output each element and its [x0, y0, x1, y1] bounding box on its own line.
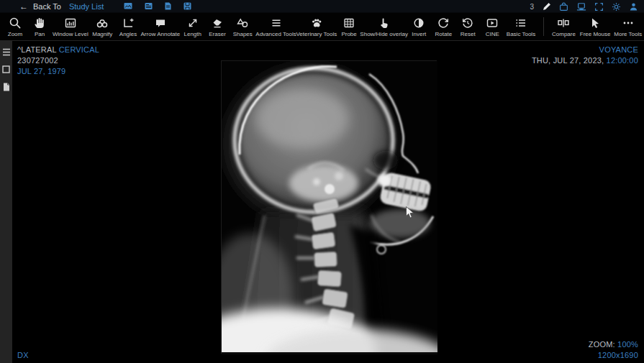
rotate-icon: [437, 17, 450, 29]
tool-label: Probe: [341, 31, 356, 37]
report-panel-icon[interactable]: [3, 83, 10, 91]
tool-compare[interactable]: Compare: [549, 17, 578, 37]
tool-rotate[interactable]: Rotate: [431, 17, 455, 37]
overlay-top-left: ^LATERAL CERVICAL 230727002 JUL 27, 1979: [17, 45, 99, 77]
tool-window-level[interactable]: Window Level: [52, 17, 89, 37]
tool-advanced-tools[interactable]: Advanced Tools: [255, 17, 296, 37]
tool-label: Shapes: [233, 31, 253, 37]
ellipsis-icon: [622, 17, 635, 29]
archive-icon[interactable]: [183, 2, 191, 10]
tool-label: Pan: [35, 31, 45, 37]
main-area: ^LATERAL CERVICAL 230727002 JUL 27, 1979…: [0, 41, 644, 363]
tool-arrow-annotate[interactable]: Arrow Annotate: [140, 17, 180, 37]
settings-icon[interactable]: [612, 2, 621, 12]
tool-angles[interactable]: Angles: [116, 17, 141, 37]
binoculars-icon: [96, 17, 109, 29]
header-quick-icons: [124, 2, 191, 10]
angle-icon: [122, 17, 135, 29]
tool-probe[interactable]: Probe: [337, 17, 361, 37]
tool-zoom[interactable]: Zoom: [3, 17, 27, 37]
tool-basic-tools[interactable]: Basic Tools: [504, 17, 537, 37]
series-description-accent: CERVICAL: [59, 45, 99, 54]
tool-label: Rotate: [435, 31, 453, 37]
zoom-label: ZOOM:: [589, 340, 615, 349]
tool-label: Zoom: [8, 31, 22, 37]
study-datetime: THU, JUL 27, 2023,: [532, 56, 607, 65]
tool-label: Length: [183, 31, 201, 37]
compare-icon: [557, 17, 570, 29]
xray-image-lateral-cervical[interactable]: [221, 60, 437, 354]
tool-shapes[interactable]: Shapes: [230, 17, 255, 37]
lines-icon: [270, 17, 283, 29]
play-icon: [486, 17, 499, 29]
zoom-value: 100%: [617, 340, 638, 349]
mouse-cursor-icon: [405, 206, 415, 223]
tool-veterinary-tools[interactable]: Veterinary Tools: [296, 17, 337, 37]
tool-label: Basic Tools: [507, 31, 535, 37]
save-icon[interactable]: [559, 2, 568, 12]
patient-dob: JUL 27, 1979: [17, 66, 99, 77]
overlay-bottom-left: DX: [17, 350, 29, 361]
image-viewport[interactable]: ^LATERAL CERVICAL 230727002 JUL 27, 1979…: [13, 41, 644, 363]
tool-label: Angles: [119, 31, 137, 37]
overlay-bottom-right: ZOOM: 100% 1200x1690: [589, 339, 638, 361]
patient-id: 230727002: [17, 55, 99, 66]
tool-label: Compare: [552, 31, 576, 37]
tool-cine[interactable]: CINE: [480, 17, 504, 37]
image-resolution: 1200x1690: [589, 350, 638, 361]
cursor-icon: [589, 17, 602, 29]
tool-label: Arrow Annotate: [141, 31, 181, 37]
layout-icon[interactable]: [2, 65, 10, 73]
fullscreen-icon[interactable]: [594, 2, 604, 12]
tool-label: Reset: [461, 31, 476, 37]
magnifier-icon: [9, 17, 22, 29]
histogram-icon: [64, 17, 77, 29]
eraser-icon: [211, 17, 224, 29]
study-time-accent: 12:00:00: [607, 56, 638, 65]
draw-icon[interactable]: [542, 2, 551, 12]
tool-reset[interactable]: Reset: [455, 17, 480, 37]
header-right-cluster: 3: [530, 0, 638, 13]
tools-toolbar: Zoom Pan Window Level Magnify Angles Arr…: [0, 13, 644, 41]
hand-icon: [33, 17, 46, 29]
series-description: ^LATERAL: [17, 45, 59, 54]
tool-label: More Tools: [614, 31, 642, 37]
back-arrow-icon: ←: [19, 2, 28, 11]
tool-label: Advanced Tools: [255, 31, 296, 37]
tool-label: Veterinary Tools: [296, 31, 337, 37]
tool-length[interactable]: Length: [180, 17, 205, 37]
paw-icon: [310, 17, 323, 29]
shapes-icon: [236, 17, 249, 29]
source-name: VOYANCE: [532, 45, 638, 55]
list-icon: [514, 17, 527, 29]
tool-label: Show/Hide overlay: [360, 31, 408, 37]
tool-label: Invert: [412, 31, 426, 37]
toolbar-separator: [543, 17, 544, 36]
grid-icon: [343, 17, 355, 29]
report-icon[interactable]: [165, 2, 171, 10]
history-icon: [461, 17, 474, 29]
tool-show-hide-overlay[interactable]: Show/Hide overlay: [361, 17, 407, 37]
tool-magnify[interactable]: Magnify: [89, 17, 116, 37]
back-to-study-list-button[interactable]: ← Back To Study List: [19, 2, 104, 11]
tool-label: CINE: [486, 31, 499, 37]
tool-label: Free Mouse: [580, 31, 611, 37]
tool-invert[interactable]: Invert: [407, 17, 431, 37]
patient-card-icon[interactable]: [145, 2, 153, 10]
annotation-bubble-icon: [154, 17, 167, 29]
half-circle-icon: [412, 17, 425, 29]
menu-icon[interactable]: [2, 48, 11, 56]
tool-eraser[interactable]: Eraser: [205, 17, 230, 37]
tool-label: Window Level: [53, 31, 89, 37]
tool-more-tools[interactable]: More Tools: [612, 17, 644, 37]
tool-pan[interactable]: Pan: [27, 17, 52, 37]
user-icon[interactable]: [629, 2, 638, 12]
tool-label: Magnify: [92, 31, 112, 37]
workstation-icon[interactable]: [576, 2, 586, 12]
left-side-rail: [0, 41, 13, 363]
top-header-bar: ← Back To Study List 3: [0, 0, 644, 13]
back-label-accent: Study List: [69, 2, 104, 11]
series-export-icon[interactable]: [124, 2, 132, 10]
annotation-count: 3: [530, 3, 534, 11]
tool-free-mouse[interactable]: Free Mouse: [579, 17, 612, 37]
